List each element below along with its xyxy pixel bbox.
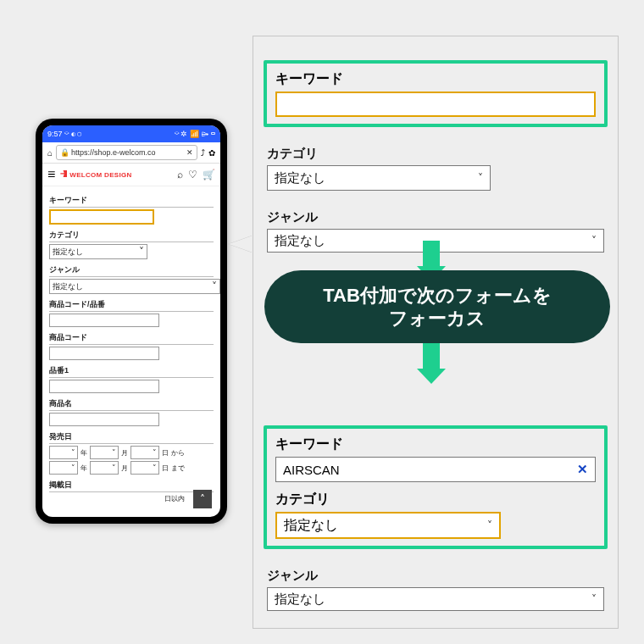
- chevron-down-icon: ˅: [591, 235, 597, 247]
- keyword-input-focused[interactable]: [275, 92, 596, 117]
- keyword-label: キーワード: [275, 436, 596, 453]
- year-from-select[interactable]: ˅: [49, 446, 78, 459]
- callout-line1: TAB付加で次のフォームを: [323, 284, 552, 308]
- url-bar: ⌂ 🔒 https://shop.e-welcom.co ✕ ⤴ ✿: [42, 142, 220, 164]
- back-to-top-button[interactable]: ˄: [193, 490, 212, 508]
- name-label: 商品名: [49, 398, 214, 409]
- keyword-label: キーワード: [275, 70, 596, 88]
- part1-label: 品番1: [49, 365, 214, 376]
- cart-icon[interactable]: 🛒: [203, 169, 215, 180]
- name-input[interactable]: [49, 413, 159, 426]
- chevron-down-icon: ˅: [478, 172, 483, 184]
- genre-label: ジャンル: [49, 264, 214, 275]
- chevron-down-icon: ˅: [487, 519, 492, 531]
- clear-url-icon[interactable]: ✕: [186, 148, 193, 157]
- home-icon[interactable]: ⌂: [47, 148, 53, 158]
- arrow-down-icon: [417, 343, 446, 384]
- brand-logo: WELCOM DESIGN: [60, 170, 131, 179]
- menu-icon[interactable]: ≡: [47, 167, 55, 182]
- year-to-select[interactable]: ˅: [49, 461, 78, 475]
- genre-select[interactable]: 指定なし˅: [267, 587, 604, 611]
- search-icon[interactable]: ⌕: [177, 169, 183, 180]
- callout-line2: フォーカス: [389, 307, 486, 330]
- release-to-row: ˅年 ˅月 ˅日 まで: [49, 461, 214, 475]
- url-text: https://shop.e-welcom.co: [71, 148, 156, 157]
- settings-icon[interactable]: ✿: [208, 148, 215, 158]
- tab-callout: TAB付加で次のフォームを フォーカス: [264, 270, 610, 343]
- category-select-focused[interactable]: 指定なし˅: [275, 512, 501, 539]
- genre-select[interactable]: 指定なし˅: [49, 279, 220, 294]
- keyword-input[interactable]: [49, 209, 154, 225]
- phone-screen: 9:57 ⌔ ◐ ⬡ ⌔ ✲ 📶 ⌲ ▭ ⌂ 🔒 https://shop.e-…: [42, 125, 220, 517]
- category-label: カテゴリ: [275, 491, 596, 508]
- keyword-input-filled[interactable]: AIRSCAN ✕: [275, 457, 596, 482]
- release-label: 発売日: [49, 431, 214, 442]
- posted-row: 日以内: [49, 494, 185, 503]
- phone-search-form: キーワード カテゴリ 指定なし˅ ジャンル 指定なし˅ 商品コード/品番 商品コ…: [42, 186, 220, 507]
- day-to-select[interactable]: ˅: [130, 461, 159, 475]
- panel-pointer-icon: [229, 236, 253, 253]
- month-to-select[interactable]: ˅: [90, 461, 119, 475]
- clear-keyword-icon[interactable]: ✕: [577, 462, 588, 477]
- chevron-down-icon: ˅: [139, 246, 144, 258]
- phone-mock: 9:57 ⌔ ◐ ⬡ ⌔ ✲ 📶 ⌲ ▭ ⌂ 🔒 https://shop.e-…: [36, 119, 227, 524]
- url-field[interactable]: 🔒 https://shop.e-welcom.co ✕: [56, 145, 197, 160]
- favorite-icon[interactable]: ♡: [188, 169, 197, 180]
- after-genre-group: ジャンル 指定なし˅: [267, 568, 604, 611]
- after-highlight: キーワード AIRSCAN ✕ カテゴリ 指定なし˅: [264, 425, 608, 549]
- logo-mark-icon: [60, 170, 67, 177]
- status-icons: ⌔ ✲ 📶 ⌲ ▭: [172, 130, 215, 138]
- before-highlight: キーワード: [264, 60, 608, 127]
- release-from-row: ˅年 ˅月 ˅日 から: [49, 446, 214, 459]
- category-select[interactable]: 指定なし˅: [267, 165, 491, 191]
- lock-icon: 🔒: [60, 148, 69, 157]
- app-bar: ≡ WELCOM DESIGN ⌕ ♡ 🛒: [42, 164, 220, 186]
- chevron-down-icon: ˅: [591, 593, 597, 605]
- code-label: 商品コード: [49, 332, 214, 343]
- code-input[interactable]: [49, 347, 159, 360]
- day-from-select[interactable]: ˅: [130, 446, 159, 459]
- category-label: カテゴリ: [49, 230, 214, 241]
- category-select[interactable]: 指定なし˅: [49, 244, 147, 259]
- part1-input[interactable]: [49, 380, 159, 393]
- code-or-part-label: 商品コード/品番: [49, 299, 214, 310]
- category-label: カテゴリ: [267, 146, 604, 162]
- genre-label: ジャンル: [267, 209, 604, 225]
- month-from-select[interactable]: ˅: [90, 446, 119, 459]
- keyword-value: AIRSCAN: [283, 463, 340, 477]
- genre-label: ジャンル: [267, 568, 604, 584]
- posted-label: 掲載日: [49, 480, 214, 491]
- code-or-part-input[interactable]: [49, 314, 159, 327]
- chevron-down-icon: ˅: [212, 280, 217, 292]
- status-time: 9:57 ⌔ ◐ ⬡: [47, 130, 81, 138]
- keyword-label: キーワード: [49, 195, 214, 206]
- before-category-group: カテゴリ 指定なし˅: [267, 146, 604, 191]
- status-bar: 9:57 ⌔ ◐ ⬡ ⌔ ✲ 📶 ⌲ ▭: [42, 125, 220, 142]
- share-icon[interactable]: ⤴: [201, 148, 205, 158]
